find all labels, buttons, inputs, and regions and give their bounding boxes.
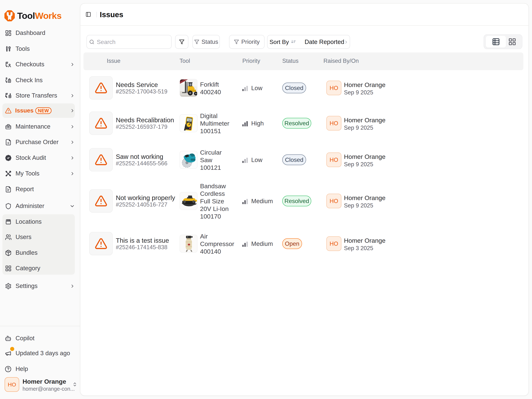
svg-text:18: 18 (188, 119, 190, 121)
